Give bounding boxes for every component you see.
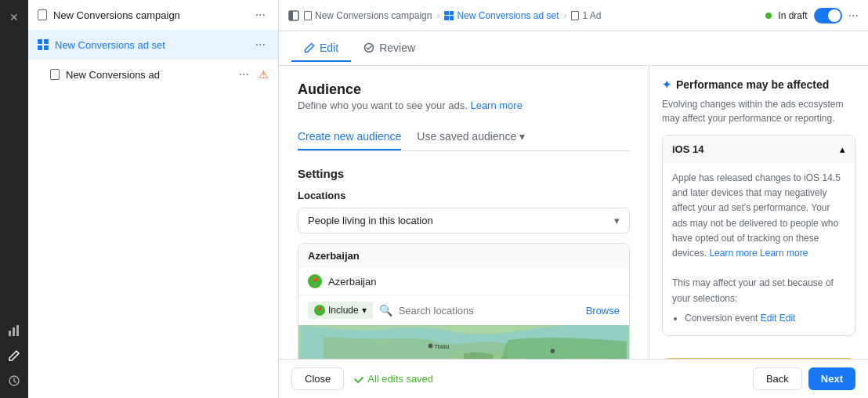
content-main: Audience Define who you want to see your… [279, 66, 649, 359]
saved-indicator: All edits saved [353, 373, 433, 385]
history-icon-button[interactable] [3, 370, 25, 392]
breadcrumb-adset[interactable]: New Conversions ad set [444, 10, 559, 21]
sidebar-item-adset[interactable]: New Conversions ad set ··· [28, 30, 278, 60]
chart-icon-button[interactable] [3, 320, 25, 342]
locations-label: Locations [298, 190, 630, 201]
performance-panel: ✦ Performance may be affected Evolving c… [649, 66, 868, 349]
action-bar: Edit Review [279, 31, 868, 66]
campaign-label: New Conversions campaign [53, 9, 246, 21]
breadcrumb-ads-icon [571, 11, 579, 20]
map-area: Tbilisi AZERBAIJAN ARMENIA [298, 325, 629, 359]
svg-text:ARMENIA: ARMENIA [468, 358, 495, 359]
browse-link[interactable]: Browse [586, 305, 620, 317]
svg-rect-0 [9, 331, 11, 336]
ios-section-title: iOS 14 [672, 143, 703, 155]
icon-bar: ✕ [0, 0, 28, 398]
breadcrumb-adset-icon [444, 11, 454, 20]
include-pin-icon: 📍 [314, 305, 325, 316]
location-name: Azerbaijan [328, 276, 376, 288]
ios-learn-more-link[interactable]: Learn more [709, 248, 757, 259]
adset-icon [38, 39, 49, 50]
breadcrumb-ads[interactable]: 1 Ad [571, 10, 601, 21]
content-area: Audience Define who you want to see your… [279, 66, 868, 359]
ad-warning-icon: ⚠ [259, 68, 269, 81]
ad-dots-menu[interactable]: ··· [236, 66, 252, 83]
breadcrumb-sep-1: › [436, 10, 439, 21]
adset-dots-menu[interactable]: ··· [252, 36, 269, 53]
ios-learn-more-link-2[interactable]: Learn more [760, 248, 808, 259]
close-button[interactable]: Close [291, 367, 344, 390]
edit-icon [304, 42, 315, 53]
include-chevron-icon: ▾ [362, 305, 367, 316]
breadcrumb-campaign[interactable]: New Conversions campaign [304, 10, 432, 21]
close-icon-bar-button[interactable]: ✕ [3, 6, 25, 28]
ios-section-chevron [840, 143, 845, 155]
review-button[interactable]: Review [351, 35, 428, 62]
audience-title: Audience [298, 81, 630, 98]
location-pin-icon: 📍 [308, 274, 322, 288]
ad-page-icon [50, 69, 60, 80]
svg-text:Tbilisi: Tbilisi [434, 343, 450, 350]
dropdown-arrow-icon [614, 215, 620, 226]
ios-section-header[interactable]: iOS 14 [663, 136, 855, 163]
include-row: 📍 Include ▾ 🔍 Browse [298, 295, 629, 325]
panel-icon [288, 10, 299, 21]
learn-more-link[interactable]: Learn more [470, 100, 522, 111]
tab-create-audience[interactable]: Create new audience [298, 124, 401, 150]
breadcrumb-right: In draft ··· [765, 8, 859, 24]
location-item: 📍 Azerbaijan [298, 268, 629, 295]
search-locations-input[interactable] [399, 305, 580, 317]
svg-point-10 [551, 349, 555, 353]
back-button[interactable]: Back [753, 367, 802, 390]
status-text: In draft [778, 10, 807, 21]
edit-button[interactable]: Edit [291, 35, 351, 62]
edit-link[interactable]: Edit [779, 313, 796, 324]
svg-point-8 [429, 344, 433, 349]
next-button[interactable]: Next [808, 367, 855, 390]
svg-rect-1 [13, 327, 15, 336]
status-dot [765, 13, 772, 19]
breadcrumb-campaign-icon [304, 11, 312, 20]
review-icon [363, 42, 374, 53]
tab-saved-audience[interactable]: Use saved audience ▾ [417, 124, 525, 150]
locations-dropdown[interactable]: People living in this location [298, 208, 630, 233]
settings-title: Settings [298, 167, 630, 180]
svg-rect-5 [289, 11, 293, 20]
campaign-dots-menu[interactable]: ··· [252, 6, 269, 24]
map-svg: Tbilisi AZERBAIJAN ARMENIA [298, 325, 629, 359]
main-content: New Conversions campaign › New Conversio… [279, 0, 868, 398]
sidebar: New Conversions campaign ··· New Convers… [28, 0, 279, 398]
breadcrumb-bar: New Conversions campaign › New Conversio… [279, 0, 868, 31]
nav-buttons: Back Next [753, 367, 855, 390]
edit-icon-button[interactable] [3, 345, 25, 367]
audience-desc: Define who you want to see your ads. Lea… [298, 100, 630, 111]
performance-icon: ✦ [662, 78, 671, 91]
adset-label: New Conversions ad set [55, 39, 246, 51]
breadcrumb-sep-2: › [563, 10, 566, 21]
location-group-header: Azerbaijan [298, 244, 629, 268]
ad-label: New Conversions ad [66, 69, 230, 81]
more-options-button[interactable]: ··· [848, 9, 859, 23]
checkmark-icon [353, 374, 364, 385]
ios-section: iOS 14 Apple has released changes to iOS… [662, 135, 855, 336]
locations-dropdown-wrapper: People living in this location [298, 208, 630, 233]
svg-rect-2 [16, 325, 19, 336]
sidebar-item-campaign[interactable]: New Conversions campaign ··· [28, 0, 278, 30]
include-dropdown[interactable]: 📍 Include ▾ [308, 302, 373, 319]
bottom-bar: Close All edits saved Back Next [279, 359, 868, 398]
draft-toggle[interactable] [814, 8, 842, 24]
tab-saved-chevron: ▾ [519, 130, 525, 143]
location-group: Azerbaijan 📍 Azerbaijan 📍 Include ▾ 🔍 Br… [298, 243, 630, 359]
campaign-page-icon [38, 9, 47, 20]
sidebar-item-ad[interactable]: New Conversions ad ··· ⚠ [28, 60, 278, 89]
breadcrumb-toggle[interactable] [288, 10, 299, 21]
ios-section-body: Apple has released changes to iOS 14.5 a… [663, 163, 855, 335]
audience-tabs: Create new audience Use saved audience ▾ [298, 124, 630, 151]
panel-title: ✦ Performance may be affected [662, 78, 855, 91]
conversion-event-edit-link[interactable]: Edit [761, 313, 777, 324]
panel-desc: Evolving changes within the ads ecosyste… [662, 97, 855, 125]
search-locations-icon: 🔍 [379, 304, 392, 317]
content-side: ✦ Performance may be affected Evolving c… [649, 66, 868, 359]
